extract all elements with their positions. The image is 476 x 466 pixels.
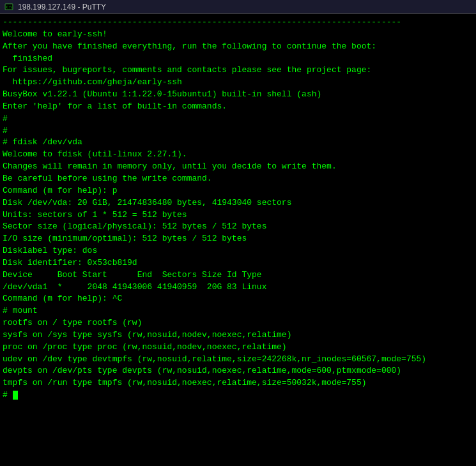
terminal-line: For issues, bugreports, comments and con… [3, 64, 473, 77]
terminal-line: BusyBox v1.22.1 (Ubuntu 1:1.22.0-15ubunt… [3, 89, 473, 101]
terminal-line: finished [3, 53, 473, 65]
svg-text:C:\: C:\ [6, 4, 12, 8]
terminal-window: ----------------------------------------… [0, 14, 476, 466]
terminal-line: Device Boot Start End Sectors Size Id Ty… [3, 269, 473, 282]
terminal-line: Disk /dev/vda: 20 GiB, 21474836480 bytes… [3, 197, 473, 209]
terminal-line: # [3, 113, 473, 125]
terminal-line: Sector size (logical/physical): 512 byte… [3, 221, 473, 233]
terminal-line: devpts on /dev/pts type devpts (rw,nosui… [3, 365, 473, 377]
terminal-line: Command (m for help): ^C [3, 293, 473, 305]
terminal-line: I/O size (minimum/optimal): 512 bytes / … [3, 233, 473, 245]
terminal-line: https://github.com/gheja/early-ssh [3, 77, 473, 89]
terminal-line: sysfs on /sys type sysfs (rw,nosuid,node… [3, 329, 473, 342]
terminal-line: # [3, 125, 473, 137]
terminal-line: Command (m for help): p [3, 185, 473, 197]
terminal-line: udev on /dev type devtmpfs (rw,nosuid,re… [3, 354, 473, 366]
terminal-line: Enter 'help' for a list of built-in comm… [3, 101, 473, 113]
terminal-line: Disk identifier: 0x53cb819d [3, 257, 473, 269]
terminal-line: After you have finished everything, run … [3, 41, 473, 53]
terminal-line: # fdisk /dev/vda [3, 137, 473, 149]
terminal-line: ----------------------------------------… [3, 17, 473, 29]
terminal-line: Changes will remain in memory only, unti… [3, 161, 473, 173]
putty-icon: C:\ [4, 2, 14, 12]
title-bar: C:\ 198.199.127.149 - PuTTY [0, 0, 476, 14]
terminal-line: proc on /proc type proc (rw,nosuid,nodev… [3, 342, 473, 354]
terminal-line: Disklabel type: dos [3, 245, 473, 257]
terminal-cursor [13, 391, 18, 400]
terminal-line: Be careful before using the write comman… [3, 173, 473, 185]
window-title: 198.199.127.149 - PuTTY [18, 3, 106, 11]
terminal-line: # mount [3, 305, 473, 317]
terminal-line: rootfs on / type rootfs (rw) [3, 317, 473, 329]
terminal-line: Welcome to early-ssh! [3, 29, 473, 41]
terminal-line: Units: sectors of 1 * 512 = 512 bytes [3, 209, 473, 222]
terminal-line: /dev/vda1 * 2048 41943006 41940959 20G 8… [3, 282, 473, 294]
terminal-line: # [3, 389, 473, 402]
terminal-line: Welcome to fdisk (util-linux 2.27.1). [3, 149, 473, 161]
terminal-line: tmpfs on /run type tmpfs (rw,nosuid,noex… [3, 377, 473, 389]
